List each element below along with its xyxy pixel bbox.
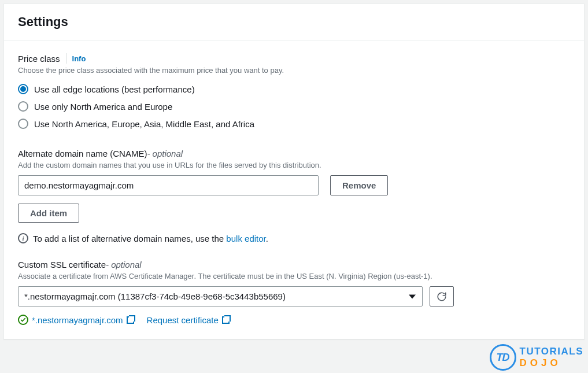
hint-text-suffix: . xyxy=(266,234,268,243)
cname-title: Alternate domain name (CNAME) xyxy=(18,149,147,158)
price-class-option-na-eu-asia-me-af[interactable]: Use North America, Europe, Asia, Middle … xyxy=(18,115,570,132)
radio-icon xyxy=(18,119,28,129)
cname-input[interactable] xyxy=(18,175,319,195)
request-certificate-link[interactable]: Request certificate xyxy=(147,315,230,325)
section-price-class: Price class Info Choose the price class … xyxy=(18,53,570,132)
external-link-icon xyxy=(222,316,230,324)
radio-label: Use all edge locations (best performance… xyxy=(34,84,195,94)
divider xyxy=(66,53,66,64)
section-ssl: Custom SSL certificate - optional Associ… xyxy=(18,260,570,325)
page-title: Settings xyxy=(18,14,570,29)
radio-icon xyxy=(18,84,28,94)
info-link[interactable]: Info xyxy=(72,54,86,63)
price-class-option-na-eu[interactable]: Use only North America and Europe xyxy=(18,98,570,115)
settings-panel: Settings Price class Info Choose the pri… xyxy=(3,3,585,339)
external-link-icon xyxy=(127,316,134,324)
optional-label: - optional xyxy=(147,149,183,158)
section-cname: Alternate domain name (CNAME) - optional… xyxy=(18,149,570,243)
radio-icon xyxy=(18,101,28,112)
refresh-icon xyxy=(437,291,447,302)
info-icon: i xyxy=(18,233,28,243)
check-circle-icon xyxy=(18,315,28,325)
ssl-certificate-select[interactable]: *.nestormayagmajr.com (11387cf3-74cb-49e… xyxy=(18,286,423,306)
ssl-title: Custom SSL certificate xyxy=(18,260,106,269)
remove-button[interactable]: Remove xyxy=(330,175,388,195)
price-class-description: Choose the price class associated with t… xyxy=(18,66,570,75)
validated-domain-text: *.nestormayagmajr.com xyxy=(32,315,123,325)
refresh-button[interactable] xyxy=(430,286,454,306)
radio-label: Use only North America and Europe xyxy=(34,102,172,112)
ssl-selected-value: *.nestormayagmajr.com (11387cf3-74cb-49e… xyxy=(24,291,286,301)
bulk-editor-hint: i To add a list of alternative domain na… xyxy=(18,233,570,243)
cname-description: Add the custom domain names that you use… xyxy=(18,161,570,169)
request-certificate-text: Request certificate xyxy=(147,315,219,325)
radio-label: Use North America, Europe, Asia, Middle … xyxy=(34,119,254,129)
panel-body: Price class Info Choose the price class … xyxy=(4,40,584,339)
price-class-option-all[interactable]: Use all edge locations (best performance… xyxy=(18,80,570,98)
optional-label: - optional xyxy=(106,260,142,269)
hint-text-prefix: To add a list of alternative domain name… xyxy=(33,234,226,243)
add-item-button[interactable]: Add item xyxy=(18,204,79,223)
validated-domain-link[interactable]: *.nestormayagmajr.com xyxy=(18,315,134,325)
price-class-title: Price class xyxy=(18,54,60,64)
ssl-description: Associate a certificate from AWS Certifi… xyxy=(18,272,570,280)
panel-header: Settings xyxy=(4,4,584,40)
price-class-radio-group: Use all edge locations (best performance… xyxy=(18,80,570,132)
bulk-editor-link[interactable]: bulk editor xyxy=(226,234,265,243)
